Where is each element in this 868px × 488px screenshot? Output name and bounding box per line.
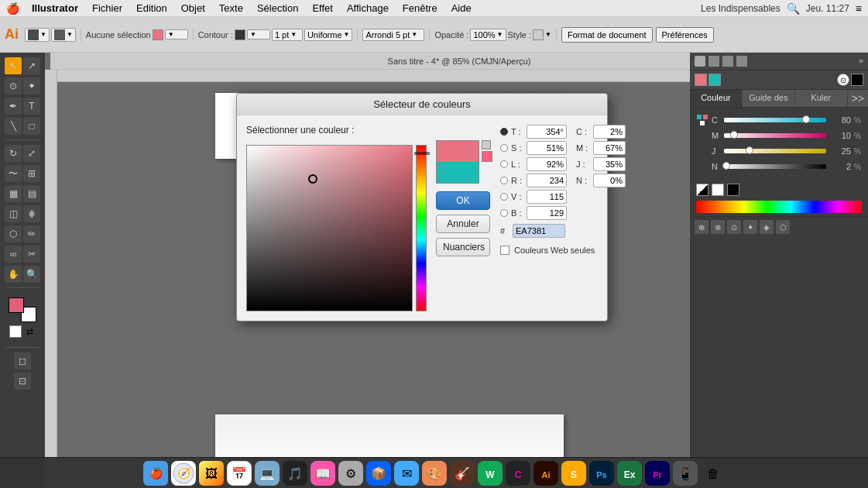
tool-icon-1[interactable]: ⊕ xyxy=(695,220,708,234)
menu-effet[interactable]: Effet xyxy=(306,1,339,15)
m-slider-track[interactable] xyxy=(724,133,826,138)
N2-input[interactable] xyxy=(593,174,626,187)
pathfinder-icon[interactable] xyxy=(708,56,719,67)
corner-dropdown[interactable]: Arrondi 5 pt ▼ xyxy=(362,29,424,41)
menu-texte[interactable]: Texte xyxy=(213,1,249,15)
rect-tool[interactable]: □ xyxy=(23,118,40,135)
fill-swatch[interactable] xyxy=(153,29,163,40)
stroke-type-dropdown[interactable]: Uniforme ▼ xyxy=(304,29,353,41)
pen-tool[interactable]: ✒ xyxy=(5,98,22,115)
menu-objet[interactable]: Objet xyxy=(175,1,211,15)
web-colors-checkbox[interactable] xyxy=(500,246,509,255)
tool-icon-6[interactable]: ⬡ xyxy=(776,220,790,234)
stroke-width-dropdown[interactable]: 1 pt ▼ xyxy=(272,29,303,41)
B-input[interactable] xyxy=(527,206,567,220)
tab-kuler[interactable]: Kuler xyxy=(795,90,848,107)
dock-corel[interactable]: C xyxy=(506,461,530,486)
radio-S[interactable] xyxy=(500,144,508,152)
column-graph-tool[interactable]: ▤ xyxy=(23,185,40,202)
eyedropper-tool[interactable]: ✏ xyxy=(23,225,40,242)
c-slider-track[interactable] xyxy=(724,118,826,122)
default-icon[interactable] xyxy=(851,74,863,86)
dock-finder2[interactable]: 💻 xyxy=(255,461,280,486)
white-swatch[interactable] xyxy=(712,184,724,196)
apple-menu[interactable]: 🍎 xyxy=(6,2,19,15)
invert-icon[interactable]: ⊙ xyxy=(837,74,849,86)
mesh-tool[interactable]: ⋕ xyxy=(23,205,40,222)
active-fill-swatch[interactable] xyxy=(695,74,707,86)
dock-illustrator[interactable]: Ai xyxy=(533,461,558,486)
warp-tool[interactable]: 〜 xyxy=(5,165,22,182)
color-gradient-picker[interactable] xyxy=(246,145,413,311)
stroke-icon[interactable] xyxy=(736,56,747,67)
dock-excel[interactable]: Ex xyxy=(617,461,642,486)
C2-input[interactable] xyxy=(593,125,626,139)
menu-affichage[interactable]: Affichage xyxy=(341,1,395,15)
none-color-swatch[interactable] xyxy=(696,184,708,196)
style-dropdown-arrow[interactable]: ▼ xyxy=(545,31,551,38)
cmyk-mode-icon[interactable] xyxy=(696,114,708,126)
hue-bar-container[interactable] xyxy=(416,145,428,311)
format-doc-btn[interactable]: Format de document xyxy=(561,27,653,43)
radio-T[interactable] xyxy=(500,128,508,136)
S-input[interactable] xyxy=(527,141,567,155)
dock-finder[interactable]: 🍎 xyxy=(143,461,168,486)
black-swatch[interactable] xyxy=(727,184,739,196)
none-swatch[interactable] xyxy=(9,325,22,338)
hex-input[interactable] xyxy=(513,224,565,238)
screen-mode-button[interactable]: ⊡ xyxy=(14,373,31,390)
menu-icon[interactable]: ≡ xyxy=(856,2,862,15)
selection-tool[interactable]: ↖ xyxy=(5,57,22,74)
menu-aide[interactable]: Aide xyxy=(445,1,478,15)
gradient-tool[interactable]: ◫ xyxy=(5,205,22,222)
dock-photoshop[interactable]: Ps xyxy=(589,461,614,486)
dock-mail[interactable]: ✉ xyxy=(394,461,419,486)
V-input[interactable] xyxy=(527,190,567,204)
scissors-tool[interactable]: ✂ xyxy=(23,246,40,263)
scale-tool[interactable]: ⤢ xyxy=(23,145,40,162)
hue-bar[interactable] xyxy=(416,145,427,311)
graph-tool[interactable]: ▦ xyxy=(5,185,22,202)
menu-illustrator[interactable]: Illustrator xyxy=(26,1,84,15)
preferences-btn[interactable]: Préférences xyxy=(656,27,714,43)
radio-V[interactable] xyxy=(500,193,508,201)
dock-sketch[interactable]: S xyxy=(561,461,586,486)
transform-icon[interactable] xyxy=(695,56,705,67)
opacity-dropdown[interactable]: 100% ▼ xyxy=(470,29,506,41)
tool-icon-3[interactable]: ⊙ xyxy=(727,220,741,234)
line-tool[interactable]: ╲ xyxy=(5,118,22,135)
dock-guitar[interactable]: 🎸 xyxy=(450,461,475,486)
direct-select-tool[interactable]: ↗ xyxy=(23,57,40,74)
dock-music[interactable]: 🎵 xyxy=(283,461,307,486)
radio-R[interactable] xyxy=(500,177,508,184)
fill-dropdown[interactable]: ▼ xyxy=(165,29,188,40)
format-doc-button[interactable]: Format de document xyxy=(561,27,653,43)
dock-colorpicker[interactable]: 🎨 xyxy=(422,461,447,486)
n-slider-thumb[interactable] xyxy=(722,162,730,170)
draw-mode-button[interactable]: ◻ xyxy=(14,352,31,369)
J2-input[interactable] xyxy=(593,157,626,171)
type-tool[interactable]: T xyxy=(23,98,40,115)
dock-trash[interactable]: 🗑 xyxy=(701,461,726,486)
panel-menu-icon[interactable]: » xyxy=(859,56,863,67)
color-spectrum[interactable] xyxy=(696,201,862,213)
M2-input[interactable] xyxy=(593,141,626,155)
extra-color-swatch[interactable] xyxy=(482,151,492,162)
L-input[interactable] xyxy=(527,157,567,171)
active-stroke-swatch[interactable] xyxy=(708,74,721,86)
dock-calendar[interactable]: 📅 xyxy=(227,461,252,486)
align-icon[interactable] xyxy=(722,56,733,67)
ok-button[interactable]: OK xyxy=(436,191,490,210)
dock-safari[interactable]: 🧭 xyxy=(171,461,196,486)
dock-books[interactable]: 📖 xyxy=(310,461,335,486)
c-slider-thumb[interactable] xyxy=(802,115,810,123)
swap-colors-icon[interactable]: ⇄ xyxy=(24,325,36,338)
panel-expand-btn[interactable]: >> xyxy=(848,90,868,107)
arrange-dropdown[interactable]: ▼ xyxy=(51,28,76,42)
tool-icon-2[interactable]: ⊗ xyxy=(711,220,725,234)
view-dropdown[interactable]: ▼ xyxy=(25,28,50,42)
j-slider-thumb[interactable] xyxy=(746,146,753,154)
preferences-button[interactable]: Préférences xyxy=(656,27,714,43)
blend-tool[interactable]: ∞ xyxy=(5,246,22,263)
n-slider-track[interactable] xyxy=(724,164,826,169)
